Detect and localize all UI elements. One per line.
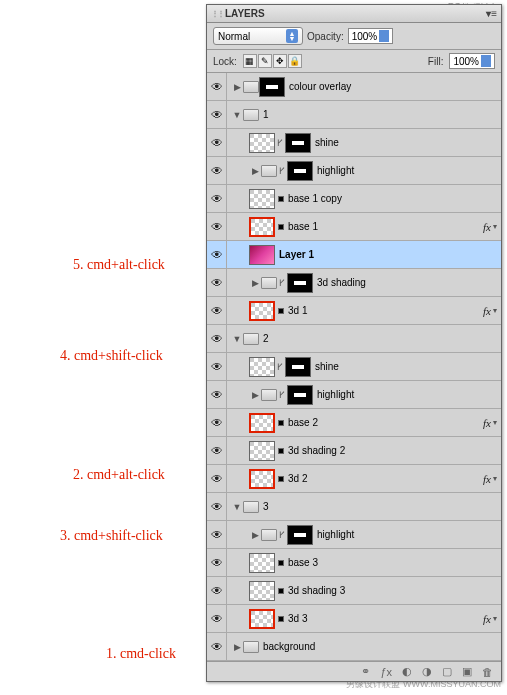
visibility-toggle[interactable]: 👁 <box>207 157 227 184</box>
lock-transparency-icon[interactable]: ▦ <box>243 54 257 68</box>
fx-expand-icon[interactable]: ▾ <box>493 306 501 315</box>
layer-name[interactable]: 3 <box>259 501 501 512</box>
fx-expand-icon[interactable]: ▾ <box>493 614 501 623</box>
layer-name[interactable]: 3d shading <box>313 277 501 288</box>
layer-row[interactable]: 👁▶𐌖highlight <box>207 521 501 549</box>
fx-expand-icon[interactable]: ▾ <box>493 222 501 231</box>
mask-thumbnail[interactable] <box>287 161 313 181</box>
layer-thumbnail[interactable] <box>249 413 275 433</box>
layer-name[interactable]: highlight <box>313 529 501 540</box>
layer-name[interactable]: base 1 copy <box>284 193 501 204</box>
trash-icon[interactable]: 🗑 <box>482 666 493 678</box>
visibility-toggle[interactable]: 👁 <box>207 493 227 520</box>
layer-row[interactable]: 👁3d 3fx▾ <box>207 605 501 633</box>
visibility-toggle[interactable]: 👁 <box>207 353 227 380</box>
layer-mask-icon[interactable]: ◐ <box>402 665 412 678</box>
layer-name[interactable]: highlight <box>313 165 501 176</box>
layer-row[interactable]: 👁3d shading 2 <box>207 437 501 465</box>
layer-name[interactable]: colour overlay <box>285 81 501 92</box>
disclosure-icon[interactable]: ▶ <box>249 390 261 400</box>
disclosure-icon[interactable]: ▶ <box>249 166 261 176</box>
disclosure-icon[interactable]: ▶ <box>249 530 261 540</box>
adjustment-icon[interactable]: ◑ <box>422 665 432 678</box>
layer-row[interactable]: 👁𐌖shine <box>207 129 501 157</box>
layer-row[interactable]: 👁𐌖shine <box>207 353 501 381</box>
layer-name[interactable]: base 3 <box>284 557 501 568</box>
layer-row[interactable]: 👁base 1 copy <box>207 185 501 213</box>
layer-name[interactable]: 3d shading 3 <box>284 585 501 596</box>
visibility-toggle[interactable]: 👁 <box>207 129 227 156</box>
disclosure-icon[interactable]: ▶ <box>231 642 243 652</box>
layer-row[interactable]: 👁▼3 <box>207 493 501 521</box>
layer-row[interactable]: 👁base 3 <box>207 549 501 577</box>
visibility-toggle[interactable]: 👁 <box>207 185 227 212</box>
layer-thumbnail[interactable] <box>249 357 275 377</box>
layer-row[interactable]: 👁▼2 <box>207 325 501 353</box>
mask-thumbnail[interactable] <box>287 525 313 545</box>
panel-menu-icon[interactable]: ▾≡ <box>486 8 497 19</box>
layer-name[interactable]: base 2 <box>284 417 483 428</box>
layer-thumbnail[interactable] <box>249 609 275 629</box>
layer-name[interactable]: 3d 3 <box>284 613 483 624</box>
visibility-toggle[interactable]: 👁 <box>207 605 227 632</box>
fx-expand-icon[interactable]: ▾ <box>493 474 501 483</box>
disclosure-icon[interactable]: ▶ <box>231 82 243 92</box>
layer-name[interactable]: background <box>259 641 501 652</box>
layer-row[interactable]: 👁3d 2fx▾ <box>207 465 501 493</box>
mask-thumbnail[interactable] <box>287 273 313 293</box>
layer-name[interactable]: 3d 1 <box>284 305 483 316</box>
layer-thumbnail[interactable] <box>249 189 275 209</box>
layer-thumbnail[interactable] <box>249 553 275 573</box>
visibility-toggle[interactable]: 👁 <box>207 521 227 548</box>
visibility-toggle[interactable]: 👁 <box>207 241 227 268</box>
fx-badge[interactable]: fx <box>483 305 493 317</box>
visibility-toggle[interactable]: 👁 <box>207 73 227 100</box>
layer-name[interactable]: 3d 2 <box>284 473 483 484</box>
layer-row[interactable]: 👁3d shading 3 <box>207 577 501 605</box>
link-layers-icon[interactable]: ⚭ <box>361 665 370 678</box>
mask-thumbnail[interactable] <box>285 133 311 153</box>
lock-pixels-icon[interactable]: ✎ <box>258 54 272 68</box>
layer-row[interactable]: 👁▶𐌖highlight <box>207 157 501 185</box>
new-layer-icon[interactable]: ▣ <box>462 665 472 678</box>
visibility-toggle[interactable]: 👁 <box>207 437 227 464</box>
layer-row[interactable]: 👁▶𐌖3d shading <box>207 269 501 297</box>
layer-row[interactable]: 👁Layer 1 <box>207 241 501 269</box>
layer-name[interactable]: base 1 <box>284 221 483 232</box>
disclosure-icon[interactable]: ▶ <box>249 278 261 288</box>
layer-thumbnail[interactable] <box>249 441 275 461</box>
visibility-toggle[interactable]: 👁 <box>207 465 227 492</box>
fx-badge[interactable]: fx <box>483 221 493 233</box>
layer-thumbnail[interactable] <box>249 245 275 265</box>
visibility-toggle[interactable]: 👁 <box>207 325 227 352</box>
visibility-toggle[interactable]: 👁 <box>207 409 227 436</box>
visibility-toggle[interactable]: 👁 <box>207 549 227 576</box>
layer-row[interactable]: 👁base 2fx▾ <box>207 409 501 437</box>
disclosure-icon[interactable]: ▼ <box>231 334 243 344</box>
visibility-toggle[interactable]: 👁 <box>207 269 227 296</box>
layer-row[interactable]: 👁▶background <box>207 633 501 661</box>
opacity-input[interactable]: 100% <box>348 28 394 44</box>
new-group-icon[interactable]: ▢ <box>442 665 452 678</box>
layer-name[interactable]: highlight <box>313 389 501 400</box>
layer-name[interactable]: shine <box>311 137 501 148</box>
layer-thumbnail[interactable] <box>249 301 275 321</box>
lock-position-icon[interactable]: ✥ <box>273 54 287 68</box>
layer-row[interactable]: 👁▶colour overlay <box>207 73 501 101</box>
panel-titlebar[interactable]: ⋮⋮ LAYERS ▾≡ <box>207 5 501 23</box>
disclosure-icon[interactable]: ▼ <box>231 110 243 120</box>
layer-name[interactable]: shine <box>311 361 501 372</box>
visibility-toggle[interactable]: 👁 <box>207 633 227 660</box>
layer-thumbnail[interactable] <box>249 133 275 153</box>
layer-thumbnail[interactable] <box>259 77 285 97</box>
layer-row[interactable]: 👁base 1fx▾ <box>207 213 501 241</box>
mask-thumbnail[interactable] <box>287 385 313 405</box>
layer-style-icon[interactable]: ƒx <box>380 666 392 678</box>
layer-name[interactable]: Layer 1 <box>275 249 501 260</box>
layer-name[interactable]: 3d shading 2 <box>284 445 501 456</box>
lock-all-icon[interactable]: 🔒 <box>288 54 302 68</box>
layer-row[interactable]: 👁3d 1fx▾ <box>207 297 501 325</box>
fx-badge[interactable]: fx <box>483 613 493 625</box>
fill-input[interactable]: 100% <box>449 53 495 69</box>
layer-thumbnail[interactable] <box>249 581 275 601</box>
